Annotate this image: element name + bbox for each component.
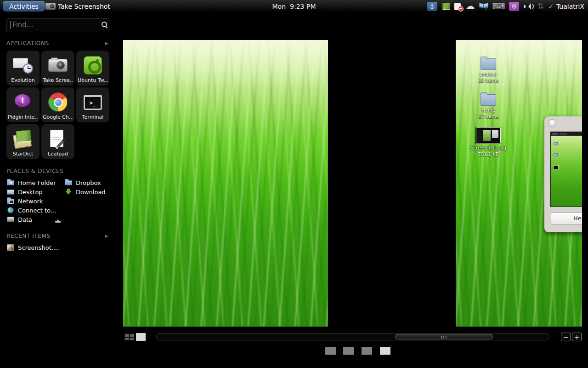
top-bar: Activities Take Screenshot Mon 9:23 PM ⚓… [0, 0, 588, 12]
place-label: Connect to... [18, 207, 56, 214]
camera-screenshot-icon [48, 59, 68, 72]
dropbox-folder-icon [65, 180, 72, 185]
recent-header-label: RECENT ITEMS [6, 233, 51, 239]
radio-button[interactable] [548, 119, 556, 127]
place-label: Dropbox [76, 179, 101, 186]
focused-app-name: Take Screenshot [58, 3, 110, 10]
app-tile-stardict[interactable]: StarDict [6, 124, 40, 159]
place-connect-to[interactable]: Connect to... [6, 206, 64, 215]
folder-icon [481, 94, 496, 106]
preview-folder-icon [554, 142, 558, 145]
place-desktop[interactable]: Desktop [6, 187, 64, 196]
desktop-folder-icon [7, 190, 14, 195]
workspace-scrollbar[interactable] [156, 333, 549, 340]
dictionary-indicator-icon[interactable] [441, 2, 450, 10]
applications-header-label: APPLICATIONS [6, 40, 49, 46]
app-label: Ubuntu Tw... [78, 77, 108, 83]
tweak-settings-indicator-icon[interactable]: ⚙ [509, 2, 519, 11]
drive-icon [7, 217, 14, 222]
camera-icon [45, 3, 56, 10]
places-list: Home Folder Desktop Network Connect to..… [6, 178, 109, 224]
app-label: Take Scree... [43, 77, 73, 83]
app-tile-leafpad[interactable]: Leafpad [41, 124, 74, 159]
app-label: StarDict [13, 151, 33, 157]
focused-app-menu[interactable]: Take Screenshot [45, 0, 110, 12]
remove-workspace-button[interactable]: − [561, 333, 571, 341]
sync-updown-indicator-icon[interactable]: ⇅ [537, 2, 544, 10]
workspace-thumbnail-2[interactable]: android 18 items Home 17 items Screensho… [456, 40, 582, 327]
app-tile-evolution[interactable]: Evolution [6, 51, 40, 86]
workspace-indicator-3[interactable] [362, 347, 372, 355]
preview-titlebar [551, 132, 582, 136]
place-label: Download [76, 189, 106, 196]
app-label: Evolution [11, 77, 34, 83]
eject-button[interactable] [55, 217, 62, 222]
recent-item-label: Screenshot.... [18, 244, 59, 251]
app-tile-chrome[interactable]: Google Ch... [41, 87, 74, 122]
workspace-single-view-button[interactable] [136, 333, 146, 341]
clock-day: Mon [272, 3, 286, 10]
workspace-grid-view-button[interactable] [124, 333, 135, 341]
take-screenshot-window[interactable]: Help [544, 116, 582, 232]
busy-badge-icon [458, 6, 464, 12]
desktop-icon-screenshot: Screenshot.png 701.1 KB [472, 127, 505, 157]
place-dropbox[interactable]: Dropbox [64, 178, 109, 187]
activities-button[interactable]: Activities [3, 1, 45, 12]
user-menu[interactable]: ✓ TualatriX [548, 2, 584, 11]
pidgin-chat-icon: ! [14, 94, 32, 110]
workspace-indicator-2[interactable] [343, 347, 354, 355]
recent-expand-icon[interactable]: ▶ [105, 234, 108, 238]
anchor-indicator-icon[interactable]: ⚓ [427, 2, 437, 11]
place-label: Data [18, 216, 32, 223]
notes-busy-indicator-icon[interactable] [454, 3, 461, 10]
workspace-thumbnail-1[interactable] [123, 40, 328, 327]
workspace-scrollbar-thumb[interactable] [395, 334, 493, 339]
place-home-folder[interactable]: Home Folder [6, 178, 64, 187]
network-folder-icon [7, 199, 14, 204]
cloud-indicator-icon[interactable]: ☁ [465, 1, 475, 11]
overview-sidebar: APPLICATIONS ▶ Evolution Take Scree... U… [0, 12, 114, 368]
preview-image-icon [553, 165, 559, 169]
gnome-shell-overview: Activities Take Screenshot Mon 9:23 PM ⚓… [0, 0, 588, 368]
add-workspace-button[interactable]: + [572, 333, 582, 341]
workspace-indicator-1[interactable] [325, 347, 336, 355]
app-tile-terminal[interactable]: >_ Terminal [76, 87, 109, 122]
app-tile-take-screenshot[interactable]: Take Scree... [41, 51, 74, 86]
search-input[interactable] [12, 21, 102, 29]
stardict-dictionary-icon [13, 130, 33, 148]
app-tile-ubuntu-tweak[interactable]: Ubuntu Tw... [76, 51, 109, 86]
clock-time: 9:23 PM [290, 3, 316, 10]
app-tile-pidgin[interactable]: ! Pidgin Inte... [6, 87, 40, 122]
workspace-indicator-4[interactable] [380, 347, 390, 355]
places-header-label: PLACES & DEVICES [6, 168, 64, 174]
image-thumbnail-icon [7, 244, 14, 251]
home-folder-icon [7, 180, 14, 185]
dropbox-check-icon: ✓ [485, 6, 489, 12]
place-data[interactable]: Data [6, 215, 64, 224]
search-box[interactable] [6, 18, 109, 31]
search-icon [102, 22, 105, 28]
globe-icon [7, 207, 14, 213]
place-network[interactable]: Network [6, 196, 64, 206]
place-download[interactable]: Download [64, 187, 109, 196]
volume-indicator-icon[interactable] [523, 3, 533, 10]
ubuntu-tweak-icon [84, 56, 102, 75]
applications-section-header: APPLICATIONS ▶ [6, 40, 109, 46]
screenshot-image-icon [476, 127, 501, 144]
status-available-check-icon: ✓ [548, 2, 554, 11]
applications-expand-icon[interactable]: ▶ [105, 41, 108, 46]
help-button[interactable]: Help [551, 213, 582, 224]
system-tray: ⚓ ☁ ✓ ⌨ ⚙ ⇅ ✓ TualatriX [427, 0, 584, 12]
help-button-label: Help [573, 215, 582, 222]
app-label: Leafpad [48, 151, 68, 157]
screenshot-preview [550, 132, 582, 207]
keyboard-input-indicator-icon[interactable]: ⌨ [492, 2, 505, 11]
recent-section-header: RECENT ITEMS ▶ [6, 233, 109, 239]
dropbox-indicator-icon[interactable]: ✓ [479, 2, 488, 11]
desktop-icon-android: android 18 items [472, 58, 505, 84]
place-label: Network [18, 198, 43, 205]
recent-item-screenshot[interactable]: Screenshot.... [6, 243, 109, 252]
desktop-icon-home: Home 17 items [472, 94, 505, 120]
clock[interactable]: Mon 9:23 PM [272, 0, 316, 12]
text-caret [11, 21, 11, 29]
